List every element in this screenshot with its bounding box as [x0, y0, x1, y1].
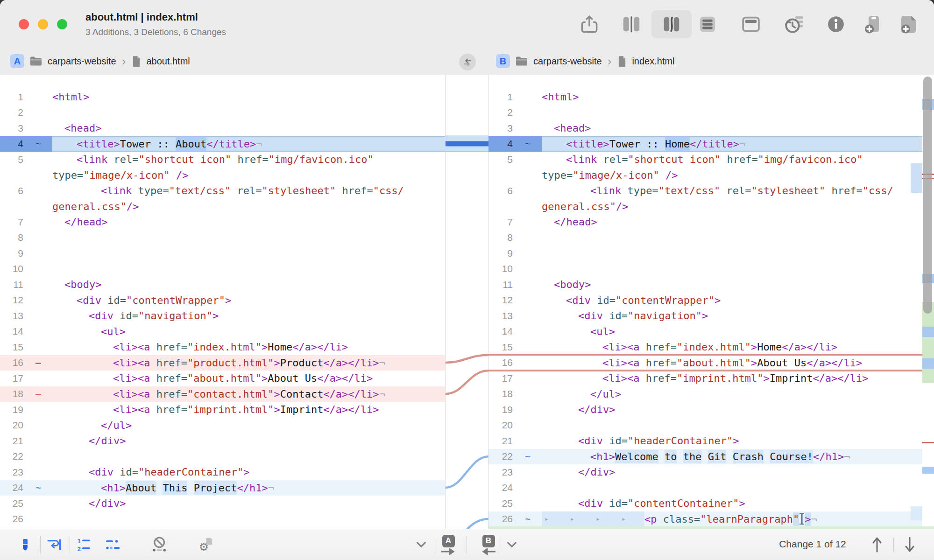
swap-sides-button[interactable] [459, 54, 476, 70]
breadcrumb-file[interactable]: about.html [146, 56, 190, 67]
minimize-button[interactable] [38, 19, 48, 29]
line-number: 2 [0, 105, 24, 121]
invisibles-button[interactable] [102, 533, 124, 556]
next-change-button[interactable] [900, 534, 919, 555]
code-row[interactable]: 22~<h1>Welcome to the Git Crash Course!<… [488, 449, 922, 465]
change-indicator [514, 496, 542, 511]
breadcrumb-folder[interactable]: carparts-website [48, 56, 116, 67]
code-row[interactable]: 24~<h1>About This Project</h1>¬ [0, 480, 445, 496]
copy-a-to-b-button[interactable]: A [435, 531, 461, 558]
zoom-button[interactable] [57, 19, 67, 29]
change-indicator [24, 230, 52, 246]
change-indicator [24, 496, 52, 511]
change-indicator [514, 277, 542, 293]
line-numbers-button[interactable]: 1 2 [72, 533, 95, 556]
code-row[interactable]: 4~<title>Tower :: Home</title>¬ [488, 136, 922, 152]
changemap-side-block [911, 506, 922, 520]
code-row: 20</ul> [0, 418, 445, 434]
code-row: type="image/x-icon" /> [0, 168, 445, 183]
code-row: 23</div> [488, 464, 922, 480]
change-indicator: ~ [24, 136, 52, 152]
code-row: 10 [488, 261, 922, 277]
code-row: 9 [0, 245, 445, 261]
line-number: 7 [488, 214, 514, 230]
line-number: 7 [0, 214, 24, 230]
change-indicator [514, 230, 542, 246]
code-row: 15<li><a href="index.html">Home</a></li> [488, 339, 922, 355]
line-number: 2 [488, 105, 514, 121]
tab-marker: ▸ [593, 511, 619, 527]
collapse-right-button[interactable] [501, 533, 523, 556]
line-number [488, 168, 514, 183]
code-pane-b[interactable]: 1<html>23<head>4~<title>Tower :: Home</t… [488, 75, 934, 529]
code-row: 21</div> [0, 433, 445, 449]
share-button[interactable] [575, 10, 603, 38]
unified-view-button[interactable] [693, 10, 722, 38]
change-indicator [24, 105, 52, 121]
diff-gutter [445, 75, 488, 529]
add-clipboard-button[interactable] [858, 10, 886, 38]
chevron-down-icon [506, 541, 518, 548]
change-indicator [514, 183, 542, 199]
change-indicator [24, 152, 52, 168]
line-number: 13 [0, 308, 24, 324]
change-indicator: ~ [514, 449, 542, 465]
breadcrumb-right: B carparts-website › index.html [496, 48, 675, 75]
line-number: 14 [0, 324, 24, 340]
code-row[interactable]: 18–<li><a href="contact.html">Contact</a… [0, 386, 445, 402]
line-number: 18 [0, 386, 24, 402]
collapse-left-button[interactable] [410, 533, 432, 556]
change-indicator [24, 324, 52, 340]
breadcrumb-separator: › [608, 55, 612, 67]
code-pane-a[interactable]: 1<html>23<head>4~<title>Tower :: About</… [0, 75, 445, 529]
wrap-lines-button[interactable] [42, 533, 65, 556]
breadcrumb-folder[interactable]: carparts-website [533, 56, 602, 67]
line-number: 22 [0, 449, 24, 465]
change-indicator [24, 511, 52, 527]
code-row[interactable]: 4~<title>Tower :: About</title>¬ [0, 136, 445, 152]
title-bar: about.html | index.html 3 Additions, 3 D… [0, 0, 934, 48]
code-row: 3<head> [488, 120, 922, 136]
arrow-left-icon [481, 548, 496, 555]
file-window-button[interactable] [737, 10, 765, 38]
change-indicator [24, 245, 52, 261]
scrollbar-thumb[interactable] [923, 77, 932, 314]
breadcrumb-file[interactable]: index.html [632, 56, 674, 67]
line-number: 4 [488, 136, 514, 152]
line-number: 17 [488, 371, 514, 386]
change-indicator [24, 308, 52, 324]
columns-view-button[interactable] [617, 10, 645, 38]
change-indicator [24, 277, 52, 293]
code-row[interactable]: 16–<li><a href="product.html">Product</a… [0, 355, 445, 371]
close-button[interactable] [19, 19, 29, 29]
copy-b-badge: B [482, 535, 495, 547]
previous-change-button[interactable] [868, 534, 886, 555]
line-number: 16 [488, 355, 514, 371]
settings-button[interactable]: ⚙ [194, 533, 217, 556]
code-row[interactable]: 26~▸▸▸▸<p class="learnParagraph">¬ [488, 511, 922, 527]
window-title: about.html | index.html [85, 11, 198, 23]
code-row: 24 [488, 480, 922, 496]
code-row: 8 [488, 230, 922, 246]
change-indicator [514, 355, 542, 371]
change-indicator [514, 418, 542, 434]
code-row: 6<link type="text/css" rel="stylesheet" … [488, 183, 922, 199]
change-indicator [514, 261, 542, 277]
window-icon [740, 14, 762, 35]
ignore-button[interactable] [149, 533, 171, 556]
info-button[interactable] [822, 10, 850, 38]
footer-bar: 1 2 [0, 529, 934, 560]
add-file-button[interactable] [895, 10, 923, 38]
code-row: 3<head> [0, 120, 445, 136]
change-indicator [24, 183, 52, 199]
syntax-color-button[interactable] [14, 533, 36, 556]
tab-marker: ▸ [619, 511, 644, 527]
code-row: 16<li><a href="about.html">About Us</a><… [488, 355, 922, 371]
change-indicator: ~ [514, 511, 542, 527]
line-number: 10 [0, 261, 24, 277]
svg-text:⚙: ⚙ [199, 540, 209, 553]
code-row: 7</head> [0, 214, 445, 230]
history-button[interactable] [781, 10, 809, 38]
line-number: 6 [488, 183, 514, 199]
fluid-view-button[interactable] [651, 10, 692, 38]
